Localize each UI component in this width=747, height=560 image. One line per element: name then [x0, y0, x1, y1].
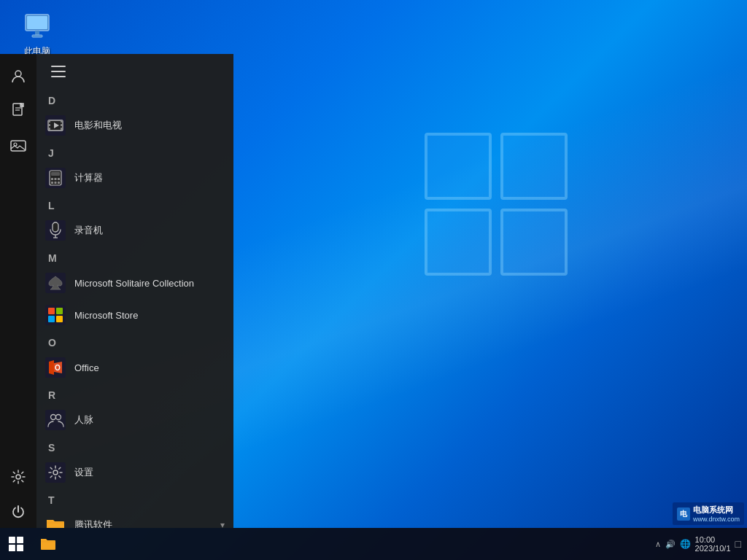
people-label: 人脉 [74, 413, 93, 427]
tray-chevron[interactable]: ∧ [655, 540, 661, 549]
app-item-people[interactable]: 人脉 [36, 404, 233, 436]
svg-text:O: O [55, 364, 61, 372]
settings-icon [45, 462, 66, 483]
settings-label: 设置 [74, 466, 93, 479]
svg-rect-40 [56, 308, 63, 314]
people-icon [45, 410, 66, 430]
svg-rect-25 [61, 124, 63, 126]
tray-notification[interactable]: □ [735, 538, 741, 550]
svg-rect-7 [502, 210, 566, 274]
app-item-store[interactable]: Microsoft Store [36, 299, 233, 331]
svg-rect-4 [426, 134, 490, 198]
svg-point-12 [15, 71, 21, 77]
svg-rect-6 [426, 210, 490, 274]
svg-rect-11 [32, 35, 42, 37]
svg-rect-31 [55, 178, 57, 180]
app-item-settings[interactable]: 设置 [36, 456, 233, 489]
svg-rect-9 [27, 16, 47, 29]
recorder-icon [45, 220, 66, 241]
movies-tv-icon [45, 115, 66, 136]
svg-point-19 [16, 475, 20, 479]
hamburger-line-1 [51, 66, 66, 67]
section-D: D [36, 89, 233, 109]
app-item-office[interactable]: O Office [36, 351, 233, 384]
svg-rect-10 [35, 31, 39, 35]
svg-rect-41 [48, 316, 55, 322]
svg-rect-30 [51, 178, 53, 180]
svg-rect-5 [502, 134, 566, 198]
svg-rect-24 [61, 120, 63, 122]
taskbar-file-explorer-button[interactable] [32, 528, 64, 560]
tencent-label: 腾讯软件 [74, 518, 112, 528]
store-icon [45, 305, 66, 325]
start-applist: D [36, 54, 233, 528]
sidebar-power-button[interactable] [0, 496, 36, 528]
hamburger-line-3 [51, 76, 66, 77]
tray-icons: 🔊 [665, 540, 676, 549]
sidebar-settings-button[interactable] [0, 461, 36, 493]
svg-rect-34 [55, 182, 57, 184]
svg-rect-23 [48, 128, 50, 130]
svg-point-45 [56, 415, 61, 420]
section-M: M [36, 246, 233, 267]
office-icon: O [45, 357, 66, 378]
svg-rect-32 [58, 178, 60, 180]
section-L: L [36, 194, 233, 214]
tencent-expand-icon: ▾ [220, 520, 225, 528]
svg-rect-35 [58, 182, 60, 184]
sidebar-docs-button[interactable] [0, 95, 36, 127]
svg-rect-39 [48, 308, 55, 314]
svg-rect-21 [48, 120, 50, 122]
app-item-recorder[interactable]: 录音机 [36, 214, 233, 246]
desktop: 此电脑 [0, 0, 747, 560]
svg-point-44 [51, 415, 56, 420]
calculator-label: 计算器 [74, 171, 103, 184]
taskbar-start-button[interactable] [0, 528, 32, 560]
svg-rect-48 [17, 537, 23, 543]
svg-rect-47 [9, 537, 15, 543]
svg-rect-29 [51, 172, 60, 176]
desktop-icon-this-pc[interactable]: 此电脑 [12, 12, 63, 58]
sidebar-user-button[interactable] [0, 60, 36, 92]
tencent-folder-icon [45, 515, 66, 528]
svg-rect-50 [17, 545, 23, 551]
windows-logo [423, 131, 569, 277]
app-item-calculator[interactable]: 计算器 [36, 162, 233, 194]
app-item-tencent[interactable]: 腾讯软件 ▾ [36, 509, 233, 528]
calculator-icon [45, 168, 66, 188]
svg-rect-42 [56, 316, 63, 322]
app-list: D [36, 89, 233, 528]
start-header [36, 54, 233, 89]
app-item-movies-tv[interactable]: 电影和电视 [36, 109, 233, 141]
start-menu: D [0, 54, 233, 528]
section-O: O [36, 331, 233, 351]
watermark: 电 电脑系统网 www.dnxtw.com [673, 502, 744, 525]
sidebar-photos-button[interactable] [0, 130, 36, 162]
office-label: Office [74, 362, 99, 373]
start-sidebar [0, 54, 36, 528]
svg-rect-17 [11, 141, 26, 151]
tray-clock: 10:002023/10/1 [695, 535, 731, 553]
svg-rect-36 [53, 222, 58, 232]
section-T: T [36, 489, 233, 509]
svg-rect-22 [48, 124, 50, 126]
solitaire-label: Microsoft Solitaire Collection [74, 278, 194, 289]
store-label: Microsoft Store [74, 310, 138, 321]
watermark-logo: 电 [677, 508, 690, 521]
this-pc-icon [22, 12, 53, 42]
solitaire-icon [45, 273, 66, 293]
section-R: R [36, 384, 233, 404]
tray-network: 🌐 [680, 539, 691, 549]
recorder-label: 录音机 [74, 224, 103, 237]
hamburger-line-2 [51, 71, 66, 72]
svg-rect-33 [51, 182, 53, 184]
section-S: S [36, 436, 233, 456]
svg-rect-49 [9, 545, 15, 551]
svg-rect-26 [61, 128, 63, 130]
app-item-solitaire[interactable]: Microsoft Solitaire Collection [36, 267, 233, 299]
movies-tv-label: 电影和电视 [74, 119, 122, 132]
section-J: J [36, 141, 233, 162]
hamburger-button[interactable] [48, 60, 71, 83]
watermark-text: 电脑系统网 www.dnxtw.com [693, 505, 740, 523]
taskbar: ∧ 🔊 🌐 10:002023/10/1 □ [0, 528, 747, 560]
